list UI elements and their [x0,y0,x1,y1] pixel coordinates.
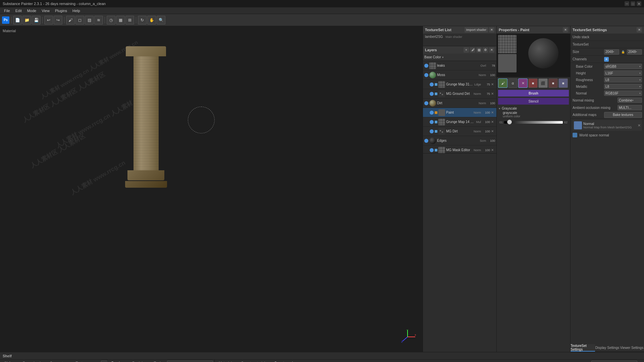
layer-vis-leaks[interactable] [424,64,428,68]
toolbar-zoom[interactable]: 🔍 [157,16,165,24]
tss-add-channel-button[interactable]: + [604,57,609,62]
prop-tool-alpha[interactable]: α [508,78,518,88]
prop-tool-color[interactable]: ■ [528,78,538,88]
toolbar-3d[interactable]: ◷ [107,16,115,24]
tss-size-dropdown[interactable]: 2048 ▾ [604,49,619,55]
shelf-tab-smart-masks[interactable]: Smart masks [272,360,299,362]
layer-vis-grunge14[interactable] [430,120,434,124]
toolbar-2d[interactable]: ▦ [116,16,125,24]
layer-vis-moss[interactable] [424,73,428,77]
shelf-tab-materials[interactable]: Materials [216,360,236,362]
shelf-tab-brushes[interactable]: Brushes [109,360,127,362]
shelf-tab-smart-materials[interactable]: Smart materials [238,360,270,362]
layer-close-grunge31[interactable]: ✕ [491,82,495,86]
grayscale-slider[interactable] [504,121,563,124]
layer-vis-dirt[interactable] [424,101,428,105]
add-fill-button[interactable]: ▨ [476,47,482,53]
shelf-tab-procedurals[interactable]: Procedurals [20,360,45,362]
smartmasks-search-input[interactable] [591,361,637,362]
tss-size-lock[interactable]: 🔒 [621,50,626,54]
layer-close-paint[interactable]: ✕ [491,111,495,115]
layer-grunge14[interactable]: Grunge Map 14 Bitmap Mul 100 ✕ [423,117,496,127]
shelf-tab-particles[interactable]: Particles [129,360,149,362]
shelf-tab-alphas[interactable]: Alphas [1,360,18,362]
menu-edit[interactable]: Edit [13,8,24,13]
toolbar-redo[interactable]: ↪ [54,16,62,24]
tss-ch-value-roughness[interactable]: L8 ▾ [604,77,642,82]
tss-ch-value-height[interactable]: L16F ▾ [604,70,642,76]
layers-close-button[interactable]: ✕ [489,47,494,53]
toolbar-smudge[interactable]: ≋ [94,16,103,24]
textureset-close-btn[interactable]: ✕ [489,27,494,33]
tss-ch-value-base-color[interactable]: sRGB8 ▾ [604,64,642,69]
layer-close-mg-dirt[interactable]: ✕ [491,129,495,133]
menu-file[interactable]: File [1,8,13,13]
bake-textures-button[interactable]: Bake textures [604,112,642,118]
close-button[interactable]: ✕ [637,1,641,6]
prop-tool-rough[interactable]: ■ [548,78,558,88]
layer-close-grunge14[interactable]: ✕ [491,120,495,124]
layer-channel-dropdown[interactable]: Base Color ▾ [423,54,496,61]
layer-vis-mg-mask[interactable] [430,148,434,152]
textureset-item[interactable]: lambert2SG [425,35,443,39]
shelf-tab-generators[interactable]: Generators [47,360,71,362]
layer-mg-mask-editor[interactable]: MG Mask Editor Norm 100 ✕ [423,145,496,153]
prop-tool-metal[interactable]: ■ [558,78,568,88]
shelf-tab-tools[interactable]: Tools [151,360,165,362]
layer-vis-grunge31[interactable] [430,82,434,86]
layer-close-mg-mask[interactable]: ✕ [491,148,495,152]
toolbar-fill[interactable]: ▨ [85,16,94,24]
menu-help[interactable]: Help [70,8,83,13]
add-paint-button[interactable]: 🖌 [470,47,475,53]
menu-view[interactable]: View [39,8,52,13]
tss-ch-value-normal[interactable]: RGB16F ▾ [604,90,642,96]
layer-paint[interactable]: Paint Norm 100 ✕ [423,108,496,117]
brush-mode-button[interactable]: Brush [498,90,569,97]
prop-tool-height[interactable]: ⬛ [538,78,548,88]
add-layer-button[interactable]: + [464,47,469,53]
viewport[interactable]: Material 人人素材 www.rrcg.cn 人人素材 www.rrcg.… [0,26,423,352]
layer-vis-paint[interactable] [430,111,434,115]
layer-vis-mg-ground[interactable] [430,92,434,96]
toolbar-pan[interactable]: ✋ [147,16,156,24]
tss-tab-viewer[interactable]: Viewer Settings [620,344,644,352]
layers-settings-button[interactable]: ⚙ [483,47,488,53]
minimize-button[interactable]: ─ [625,1,629,6]
tss-size-dropdown2[interactable]: 2048 ▾ [627,49,642,55]
prop-tool-brush[interactable]: 🖌 [498,78,507,88]
layer-vis-mg-dirt[interactable] [430,129,434,133]
tss-ch-value-metallic[interactable]: L8 ▾ [604,84,642,89]
toolbar-new[interactable]: 📄 [13,16,22,24]
properties-close-btn[interactable]: ✕ [563,27,568,33]
layer-grunge31[interactable]: Grunge Map 31 Bitmap Ldge 75 ✕ [423,80,496,89]
import-shader-button[interactable]: Import shader [465,27,488,33]
tss-ao-mixing-value[interactable]: MULTI... [618,105,642,110]
prop-thumb-brush[interactable] [498,35,517,53]
maximize-button[interactable]: □ [631,1,635,6]
prop-thumb-alpha[interactable] [498,54,517,72]
tss-tab-display[interactable]: Display Settings [595,344,620,352]
menu-plugins[interactable]: Plugins [52,8,70,13]
toolbar-open[interactable]: 📁 [22,16,31,24]
menu-mode[interactable]: Mode [24,8,39,13]
grayscale-slider-handle[interactable] [507,120,512,124]
stencil-mode-button[interactable]: Stencil [498,98,569,105]
layer-mg-dirt[interactable]: MG Dirt Norm 100 ✕ [423,127,496,136]
tss-tab-settings[interactable]: TextureSet Settings [571,344,595,352]
tss-normal-mixing-value[interactable]: Combine ▾ [618,98,642,103]
layer-leaks[interactable]: leaks Ovrl 78 [423,61,496,70]
toolbar-undo[interactable]: ↩ [44,16,53,24]
toolbar-save[interactable]: 💾 [32,16,41,24]
layer-dirt[interactable]: Dirt Norm 100 [423,99,496,108]
shelf-tab-textures[interactable]: Textures [73,360,92,362]
toolbar-rotate[interactable]: ↻ [138,16,147,24]
toolbar-eraser[interactable]: ◻ [75,16,84,24]
normal-map-close-btn[interactable]: ✕ [638,123,641,128]
tss-close-btn[interactable]: ✕ [637,27,642,33]
layer-mg-ground-dirt[interactable]: MG Ground Dirt Norm 75 ✕ [423,89,496,99]
toolbar-brush[interactable]: 🖌 [66,16,75,24]
toolbar-split[interactable]: ⊞ [125,16,134,24]
layer-moss[interactable]: Moss Norm 100 [423,70,496,80]
layer-edges[interactable]: Edges Scrn 100 [423,136,496,145]
layer-close-mg-ground[interactable]: ✕ [491,92,495,96]
